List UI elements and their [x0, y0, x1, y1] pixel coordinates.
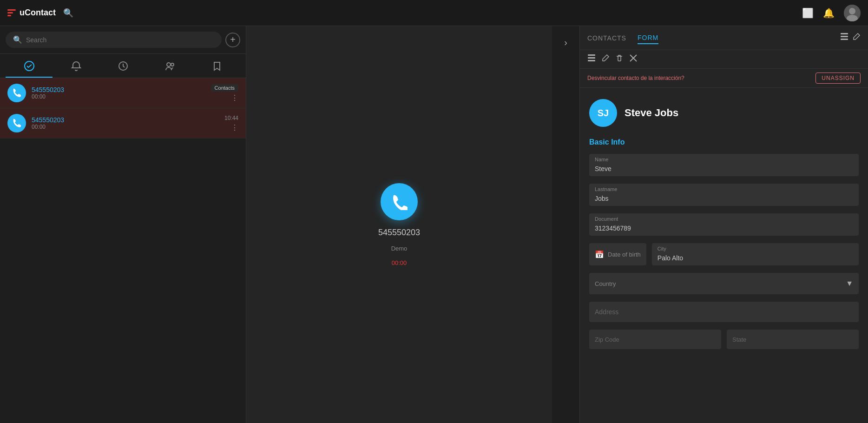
search-icon[interactable]: 🔍: [63, 8, 73, 18]
unassign-button[interactable]: UNASSIGN: [815, 73, 861, 84]
add-button[interactable]: +: [225, 33, 240, 47]
svg-rect-7: [841, 33, 848, 34]
call-meta: Contacts ⋮: [211, 84, 238, 102]
center-call-number: 545550203: [378, 228, 420, 238]
right-panel-icons: [840, 33, 861, 43]
call-avatar: [7, 84, 26, 102]
svg-rect-12: [588, 60, 595, 61]
chevron-button[interactable]: ›: [560, 33, 571, 52]
tab-notifications[interactable]: [53, 54, 99, 78]
call-number: 545550203: [32, 116, 219, 124]
svg-point-6: [171, 63, 174, 66]
svg-point-1: [849, 8, 855, 14]
call-duration: 00:00: [32, 124, 219, 130]
more-options-button[interactable]: ⋮: [231, 123, 238, 132]
form-delete-icon[interactable]: [615, 54, 624, 65]
tab-history[interactable]: [99, 54, 146, 78]
city-input[interactable]: [652, 243, 859, 265]
name-field: Name: [589, 154, 859, 176]
center-call-duration: 00:00: [392, 259, 407, 266]
tab-form[interactable]: FORM: [638, 32, 658, 44]
document-input[interactable]: [589, 213, 859, 236]
section-title: Basic Info: [589, 138, 859, 146]
call-avatar: [7, 114, 26, 132]
svg-point-5: [167, 63, 171, 66]
search-input[interactable]: [26, 36, 214, 44]
logo-icon: [7, 9, 16, 16]
form-toolbar: [580, 50, 868, 69]
call-meta: 10:44 ⋮: [224, 115, 238, 132]
svg-rect-8: [841, 36, 848, 37]
zip-field: [589, 330, 721, 349]
right-panel-tabs: CONTACTS FORM: [580, 26, 868, 50]
bell-icon[interactable]: 🔔: [823, 7, 835, 19]
form-close-icon[interactable]: [629, 54, 638, 65]
address-field: [589, 302, 859, 322]
dropdown-arrow-icon: ▼: [846, 279, 853, 288]
svg-rect-10: [588, 54, 595, 56]
calendar-icon: 📅: [595, 250, 604, 259]
edit-icon[interactable]: [852, 33, 861, 43]
call-info: 545550203 00:00: [32, 86, 205, 100]
tab-active[interactable]: [6, 54, 53, 78]
logo: uContact: [7, 8, 56, 18]
form-list-icon[interactable]: [587, 54, 596, 65]
call-list: 545550203 00:00 Contacts ⋮ 545550203 00:…: [0, 78, 246, 423]
sidebar: 🔍 +: [0, 26, 246, 423]
call-item[interactable]: 545550203 00:00 Contacts ⋮: [0, 78, 246, 108]
zip-input[interactable]: [595, 336, 716, 343]
contact-avatar: SJ: [589, 99, 617, 127]
app-name: uContact: [20, 8, 56, 18]
lastname-input[interactable]: [589, 184, 859, 206]
country-label: Country: [595, 280, 846, 287]
name-input[interactable]: [589, 154, 859, 176]
lastname-field: Lastname: [589, 184, 859, 206]
tab-bookmark[interactable]: [193, 54, 240, 78]
main-layout: 🔍 +: [0, 26, 868, 423]
call-duration: 00:00: [32, 93, 205, 100]
call-info: 545550203 00:00: [32, 116, 219, 130]
state-field: [727, 330, 859, 349]
call-number: 545550203: [32, 86, 205, 93]
call-timestamp: 10:44: [224, 115, 238, 121]
document-label: Document: [595, 216, 618, 222]
tab-contacts[interactable]: [146, 54, 193, 78]
document-field: Document: [589, 213, 859, 236]
monitor-icon[interactable]: ⬜: [802, 7, 814, 19]
contacts-badge: Contacts: [211, 84, 238, 92]
search-small-icon: 🔍: [13, 35, 22, 44]
dob-label: Date of birth: [608, 251, 641, 258]
form-edit-icon[interactable]: [601, 54, 610, 65]
avatar[interactable]: [844, 5, 861, 21]
svg-rect-9: [841, 39, 848, 40]
call-item[interactable]: 545550203 00:00 10:44 ⋮: [0, 108, 246, 139]
contact-name: Steve Jobs: [625, 107, 678, 119]
topbar-right: ⬜ 🔔: [802, 5, 861, 21]
unassign-text: Desvincular contacto de la interacción?: [587, 75, 810, 81]
center-call-label: Demo: [391, 245, 408, 252]
dob-field[interactable]: 📅 Date of birth: [589, 243, 646, 265]
search-input-wrap[interactable]: 🔍: [6, 32, 222, 48]
country-field[interactable]: Country ▼: [589, 273, 859, 294]
call-center: 545550203 Demo 00:00: [246, 26, 552, 423]
right-panel: CONTACTS FORM: [580, 26, 868, 423]
zip-state-row: [589, 330, 859, 349]
svg-rect-11: [588, 57, 595, 59]
name-label: Name: [595, 157, 608, 162]
contact-header: SJ Steve Jobs: [589, 99, 859, 127]
address-input[interactable]: [589, 302, 859, 322]
contact-detail: SJ Steve Jobs Basic Info Name Lastname D…: [580, 88, 868, 423]
more-options-button[interactable]: ⋮: [231, 93, 238, 102]
state-input[interactable]: [732, 336, 853, 343]
tab-contacts[interactable]: CONTACTS: [587, 33, 626, 44]
filter-tabs: [0, 54, 246, 78]
search-bar: 🔍 +: [0, 26, 246, 54]
call-phone-button[interactable]: [381, 183, 418, 220]
topbar: uContact 🔍 ⬜ 🔔: [0, 0, 868, 26]
unassign-section: Desvincular contacto de la interacción? …: [580, 69, 868, 88]
panel-separator: ›: [552, 26, 580, 423]
dob-city-row: 📅 Date of birth City: [589, 243, 859, 265]
city-label: City: [658, 246, 666, 251]
lastname-label: Lastname: [595, 186, 617, 192]
list-view-icon[interactable]: [840, 33, 848, 43]
